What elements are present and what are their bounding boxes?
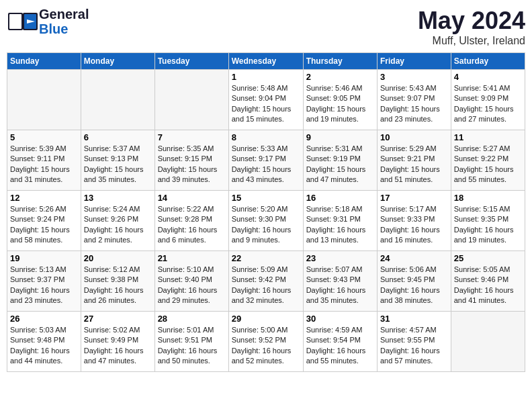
calendar-cell: 28Sunrise: 5:01 AM Sunset: 9:51 PM Dayli…	[154, 312, 228, 372]
calendar-cell: 23Sunrise: 5:07 AM Sunset: 9:43 PM Dayli…	[303, 251, 377, 312]
day-info: Sunrise: 5:27 AM Sunset: 9:22 PM Dayligh…	[454, 144, 522, 185]
calendar-cell: 27Sunrise: 5:02 AM Sunset: 9:49 PM Dayli…	[81, 312, 154, 372]
day-info: Sunrise: 5:22 AM Sunset: 9:28 PM Dayligh…	[158, 204, 226, 246]
day-info: Sunrise: 5:18 AM Sunset: 9:31 PM Dayligh…	[306, 204, 374, 246]
day-info: Sunrise: 5:39 AM Sunset: 9:11 PM Dayligh…	[10, 144, 78, 185]
day-number: 2	[306, 72, 374, 82]
day-info: Sunrise: 5:03 AM Sunset: 9:48 PM Dayligh…	[10, 325, 78, 367]
day-header-monday: Monday	[81, 53, 154, 70]
calendar-cell: 4Sunrise: 5:41 AM Sunset: 9:09 PM Daylig…	[451, 70, 525, 130]
calendar-cell: 5Sunrise: 5:39 AM Sunset: 9:11 PM Daylig…	[7, 130, 81, 191]
day-info: Sunrise: 5:07 AM Sunset: 9:43 PM Dayligh…	[306, 265, 374, 306]
calendar-table: SundayMondayTuesdayWednesdayThursdayFrid…	[7, 52, 525, 372]
calendar-cell: 8Sunrise: 5:33 AM Sunset: 9:17 PM Daylig…	[228, 130, 303, 191]
day-info: Sunrise: 5:37 AM Sunset: 9:13 PM Dayligh…	[84, 144, 152, 185]
logo-general-text: General	[39, 7, 89, 21]
calendar-cell: 17Sunrise: 5:17 AM Sunset: 9:33 PM Dayli…	[378, 191, 451, 251]
day-number: 30	[306, 314, 374, 324]
day-info: Sunrise: 5:00 AM Sunset: 9:52 PM Dayligh…	[232, 325, 300, 367]
day-info: Sunrise: 5:12 AM Sunset: 9:38 PM Dayligh…	[84, 265, 152, 306]
calendar-week-row: 1Sunrise: 5:48 AM Sunset: 9:04 PM Daylig…	[7, 70, 525, 130]
day-number: 19	[10, 253, 78, 263]
day-info: Sunrise: 5:24 AM Sunset: 9:26 PM Dayligh…	[84, 204, 152, 246]
day-number: 7	[158, 132, 226, 142]
day-info: Sunrise: 4:59 AM Sunset: 9:54 PM Dayligh…	[306, 325, 374, 367]
calendar-cell: 18Sunrise: 5:15 AM Sunset: 9:35 PM Dayli…	[451, 191, 525, 251]
calendar-cell: 2Sunrise: 5:46 AM Sunset: 9:05 PM Daylig…	[303, 70, 377, 130]
calendar-cell: 3Sunrise: 5:43 AM Sunset: 9:07 PM Daylig…	[378, 70, 451, 130]
logo-blue-text: Blue	[39, 21, 89, 36]
calendar-week-row: 26Sunrise: 5:03 AM Sunset: 9:48 PM Dayli…	[7, 312, 525, 372]
day-info: Sunrise: 5:43 AM Sunset: 9:07 PM Dayligh…	[380, 83, 448, 125]
day-number: 5	[10, 132, 78, 142]
day-info: Sunrise: 5:41 AM Sunset: 9:09 PM Dayligh…	[454, 83, 522, 125]
day-header-friday: Friday	[378, 53, 451, 70]
calendar-cell	[154, 70, 228, 130]
day-number: 28	[158, 314, 226, 324]
day-number: 29	[232, 314, 300, 324]
day-number: 10	[380, 132, 448, 142]
calendar-cell: 12Sunrise: 5:26 AM Sunset: 9:24 PM Dayli…	[7, 191, 81, 251]
calendar-cell: 15Sunrise: 5:20 AM Sunset: 9:30 PM Dayli…	[228, 191, 303, 251]
day-number: 13	[84, 193, 152, 203]
calendar-cell: 11Sunrise: 5:27 AM Sunset: 9:22 PM Dayli…	[451, 130, 525, 191]
logo-icon	[7, 7, 39, 36]
page-header: General Blue May 2024 Muff, Ulster, Irel…	[7, 7, 525, 47]
day-number: 27	[84, 314, 152, 324]
day-number: 12	[10, 193, 78, 203]
day-info: Sunrise: 5:26 AM Sunset: 9:24 PM Dayligh…	[10, 204, 78, 246]
calendar-cell: 31Sunrise: 4:57 AM Sunset: 9:55 PM Dayli…	[378, 312, 451, 372]
day-number: 31	[380, 314, 448, 324]
day-number: 9	[306, 132, 374, 142]
day-info: Sunrise: 5:02 AM Sunset: 9:49 PM Dayligh…	[84, 325, 152, 367]
calendar-cell	[81, 70, 154, 130]
day-info: Sunrise: 5:29 AM Sunset: 9:21 PM Dayligh…	[380, 144, 448, 185]
day-number: 24	[380, 253, 448, 263]
day-number: 18	[454, 193, 522, 203]
title-block: May 2024 Muff, Ulster, Ireland	[418, 7, 525, 47]
calendar-cell: 21Sunrise: 5:10 AM Sunset: 9:40 PM Dayli…	[154, 251, 228, 312]
calendar-cell: 10Sunrise: 5:29 AM Sunset: 9:21 PM Dayli…	[378, 130, 451, 191]
day-info: Sunrise: 5:35 AM Sunset: 9:15 PM Dayligh…	[158, 144, 226, 185]
calendar-cell: 26Sunrise: 5:03 AM Sunset: 9:48 PM Dayli…	[7, 312, 81, 372]
calendar-cell: 25Sunrise: 5:05 AM Sunset: 9:46 PM Dayli…	[451, 251, 525, 312]
day-header-thursday: Thursday	[303, 53, 377, 70]
day-info: Sunrise: 5:20 AM Sunset: 9:30 PM Dayligh…	[232, 204, 300, 246]
month-year-title: May 2024	[418, 7, 525, 35]
logo: General Blue	[7, 7, 89, 36]
calendar-cell: 1Sunrise: 5:48 AM Sunset: 9:04 PM Daylig…	[228, 70, 303, 130]
calendar-cell: 16Sunrise: 5:18 AM Sunset: 9:31 PM Dayli…	[303, 191, 377, 251]
day-header-tuesday: Tuesday	[154, 53, 228, 70]
day-header-sunday: Sunday	[7, 53, 81, 70]
calendar-week-row: 19Sunrise: 5:13 AM Sunset: 9:37 PM Dayli…	[7, 251, 525, 312]
day-info: Sunrise: 5:01 AM Sunset: 9:51 PM Dayligh…	[158, 325, 226, 367]
day-number: 16	[306, 193, 374, 203]
day-number: 6	[84, 132, 152, 142]
day-info: Sunrise: 5:06 AM Sunset: 9:45 PM Dayligh…	[380, 265, 448, 306]
day-number: 20	[84, 253, 152, 263]
calendar-week-row: 12Sunrise: 5:26 AM Sunset: 9:24 PM Dayli…	[7, 191, 525, 251]
calendar-cell: 13Sunrise: 5:24 AM Sunset: 9:26 PM Dayli…	[81, 191, 154, 251]
day-info: Sunrise: 5:09 AM Sunset: 9:42 PM Dayligh…	[232, 265, 300, 306]
day-number: 4	[454, 72, 522, 82]
day-info: Sunrise: 5:48 AM Sunset: 9:04 PM Dayligh…	[232, 83, 300, 125]
day-info: Sunrise: 5:13 AM Sunset: 9:37 PM Dayligh…	[10, 265, 78, 306]
day-info: Sunrise: 4:57 AM Sunset: 9:55 PM Dayligh…	[380, 325, 448, 367]
calendar-cell: 20Sunrise: 5:12 AM Sunset: 9:38 PM Dayli…	[81, 251, 154, 312]
calendar-cell: 30Sunrise: 4:59 AM Sunset: 9:54 PM Dayli…	[303, 312, 377, 372]
calendar-cell: 9Sunrise: 5:31 AM Sunset: 9:19 PM Daylig…	[303, 130, 377, 191]
calendar-cell	[7, 70, 81, 130]
calendar-cell	[451, 312, 525, 372]
day-number: 15	[232, 193, 300, 203]
day-number: 21	[158, 253, 226, 263]
location-subtitle: Muff, Ulster, Ireland	[418, 35, 525, 47]
day-info: Sunrise: 5:15 AM Sunset: 9:35 PM Dayligh…	[454, 204, 522, 246]
day-number: 1	[232, 72, 300, 82]
calendar-cell: 22Sunrise: 5:09 AM Sunset: 9:42 PM Dayli…	[228, 251, 303, 312]
day-number: 23	[306, 253, 374, 263]
calendar-cell: 7Sunrise: 5:35 AM Sunset: 9:15 PM Daylig…	[154, 130, 228, 191]
calendar-header-row: SundayMondayTuesdayWednesdayThursdayFrid…	[7, 53, 525, 70]
day-header-wednesday: Wednesday	[228, 53, 303, 70]
svg-rect-2	[9, 14, 21, 29]
day-info: Sunrise: 5:05 AM Sunset: 9:46 PM Dayligh…	[454, 265, 522, 306]
